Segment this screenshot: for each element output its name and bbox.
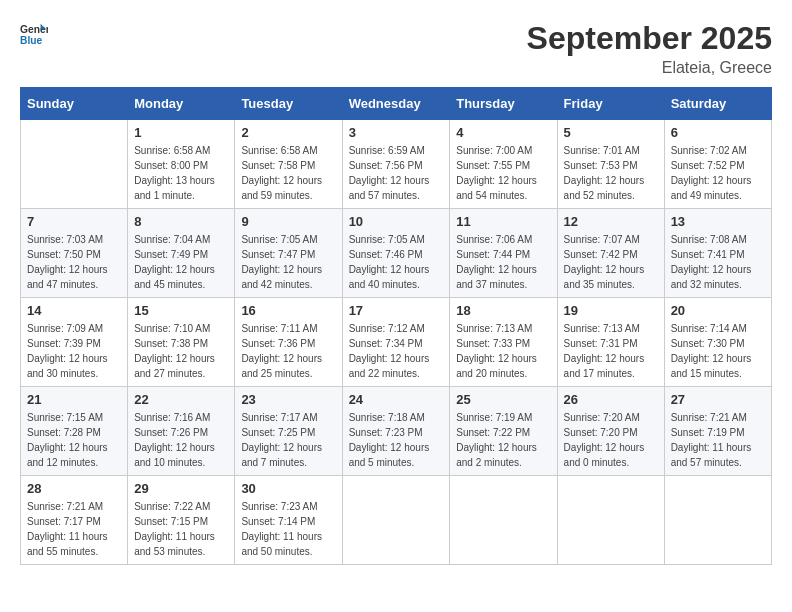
day-info: Sunrise: 7:06 AMSunset: 7:44 PMDaylight:… bbox=[456, 232, 550, 292]
calendar-cell bbox=[450, 476, 557, 565]
header-day-wednesday: Wednesday bbox=[342, 88, 450, 120]
calendar-cell: 8Sunrise: 7:04 AMSunset: 7:49 PMDaylight… bbox=[128, 209, 235, 298]
day-info: Sunrise: 7:18 AMSunset: 7:23 PMDaylight:… bbox=[349, 410, 444, 470]
calendar-cell: 17Sunrise: 7:12 AMSunset: 7:34 PMDayligh… bbox=[342, 298, 450, 387]
day-info: Sunrise: 7:04 AMSunset: 7:49 PMDaylight:… bbox=[134, 232, 228, 292]
svg-text:General: General bbox=[20, 24, 48, 35]
header-day-saturday: Saturday bbox=[664, 88, 771, 120]
calendar-cell bbox=[342, 476, 450, 565]
calendar-cell bbox=[21, 120, 128, 209]
calendar-cell: 23Sunrise: 7:17 AMSunset: 7:25 PMDayligh… bbox=[235, 387, 342, 476]
day-number: 17 bbox=[349, 303, 444, 318]
calendar-cell: 26Sunrise: 7:20 AMSunset: 7:20 PMDayligh… bbox=[557, 387, 664, 476]
calendar-cell: 1Sunrise: 6:58 AMSunset: 8:00 PMDaylight… bbox=[128, 120, 235, 209]
day-info: Sunrise: 7:03 AMSunset: 7:50 PMDaylight:… bbox=[27, 232, 121, 292]
title-area: September 2025 Elateia, Greece bbox=[527, 20, 772, 77]
day-number: 13 bbox=[671, 214, 765, 229]
day-info: Sunrise: 7:14 AMSunset: 7:30 PMDaylight:… bbox=[671, 321, 765, 381]
day-info: Sunrise: 7:09 AMSunset: 7:39 PMDaylight:… bbox=[27, 321, 121, 381]
calendar-cell: 2Sunrise: 6:58 AMSunset: 7:58 PMDaylight… bbox=[235, 120, 342, 209]
day-info: Sunrise: 7:08 AMSunset: 7:41 PMDaylight:… bbox=[671, 232, 765, 292]
calendar-week-row: 14Sunrise: 7:09 AMSunset: 7:39 PMDayligh… bbox=[21, 298, 772, 387]
calendar-cell: 14Sunrise: 7:09 AMSunset: 7:39 PMDayligh… bbox=[21, 298, 128, 387]
calendar-cell: 12Sunrise: 7:07 AMSunset: 7:42 PMDayligh… bbox=[557, 209, 664, 298]
day-info: Sunrise: 7:22 AMSunset: 7:15 PMDaylight:… bbox=[134, 499, 228, 559]
day-info: Sunrise: 6:59 AMSunset: 7:56 PMDaylight:… bbox=[349, 143, 444, 203]
day-number: 3 bbox=[349, 125, 444, 140]
day-number: 21 bbox=[27, 392, 121, 407]
calendar-cell: 27Sunrise: 7:21 AMSunset: 7:19 PMDayligh… bbox=[664, 387, 771, 476]
day-info: Sunrise: 7:13 AMSunset: 7:31 PMDaylight:… bbox=[564, 321, 658, 381]
month-title: September 2025 bbox=[527, 20, 772, 57]
day-number: 23 bbox=[241, 392, 335, 407]
calendar-cell: 22Sunrise: 7:16 AMSunset: 7:26 PMDayligh… bbox=[128, 387, 235, 476]
calendar-week-row: 1Sunrise: 6:58 AMSunset: 8:00 PMDaylight… bbox=[21, 120, 772, 209]
calendar-cell: 29Sunrise: 7:22 AMSunset: 7:15 PMDayligh… bbox=[128, 476, 235, 565]
day-number: 19 bbox=[564, 303, 658, 318]
day-info: Sunrise: 7:12 AMSunset: 7:34 PMDaylight:… bbox=[349, 321, 444, 381]
day-info: Sunrise: 7:16 AMSunset: 7:26 PMDaylight:… bbox=[134, 410, 228, 470]
calendar-cell: 24Sunrise: 7:18 AMSunset: 7:23 PMDayligh… bbox=[342, 387, 450, 476]
calendar-cell: 18Sunrise: 7:13 AMSunset: 7:33 PMDayligh… bbox=[450, 298, 557, 387]
calendar-cell: 6Sunrise: 7:02 AMSunset: 7:52 PMDaylight… bbox=[664, 120, 771, 209]
calendar-cell: 21Sunrise: 7:15 AMSunset: 7:28 PMDayligh… bbox=[21, 387, 128, 476]
day-info: Sunrise: 6:58 AMSunset: 8:00 PMDaylight:… bbox=[134, 143, 228, 203]
day-info: Sunrise: 7:20 AMSunset: 7:20 PMDaylight:… bbox=[564, 410, 658, 470]
day-number: 2 bbox=[241, 125, 335, 140]
calendar-body: 1Sunrise: 6:58 AMSunset: 8:00 PMDaylight… bbox=[21, 120, 772, 565]
day-number: 11 bbox=[456, 214, 550, 229]
day-info: Sunrise: 7:02 AMSunset: 7:52 PMDaylight:… bbox=[671, 143, 765, 203]
calendar-table: SundayMondayTuesdayWednesdayThursdayFrid… bbox=[20, 87, 772, 565]
day-number: 8 bbox=[134, 214, 228, 229]
day-info: Sunrise: 7:00 AMSunset: 7:55 PMDaylight:… bbox=[456, 143, 550, 203]
svg-text:Blue: Blue bbox=[20, 35, 43, 46]
day-number: 24 bbox=[349, 392, 444, 407]
day-info: Sunrise: 7:21 AMSunset: 7:19 PMDaylight:… bbox=[671, 410, 765, 470]
day-number: 15 bbox=[134, 303, 228, 318]
day-number: 18 bbox=[456, 303, 550, 318]
day-number: 12 bbox=[564, 214, 658, 229]
calendar-cell: 10Sunrise: 7:05 AMSunset: 7:46 PMDayligh… bbox=[342, 209, 450, 298]
day-info: Sunrise: 7:19 AMSunset: 7:22 PMDaylight:… bbox=[456, 410, 550, 470]
header-day-tuesday: Tuesday bbox=[235, 88, 342, 120]
logo: General Blue bbox=[20, 20, 48, 48]
calendar-cell bbox=[557, 476, 664, 565]
day-info: Sunrise: 7:10 AMSunset: 7:38 PMDaylight:… bbox=[134, 321, 228, 381]
header-day-thursday: Thursday bbox=[450, 88, 557, 120]
day-number: 16 bbox=[241, 303, 335, 318]
calendar-cell: 13Sunrise: 7:08 AMSunset: 7:41 PMDayligh… bbox=[664, 209, 771, 298]
day-number: 9 bbox=[241, 214, 335, 229]
day-number: 5 bbox=[564, 125, 658, 140]
calendar-cell: 19Sunrise: 7:13 AMSunset: 7:31 PMDayligh… bbox=[557, 298, 664, 387]
day-info: Sunrise: 7:23 AMSunset: 7:14 PMDaylight:… bbox=[241, 499, 335, 559]
day-number: 26 bbox=[564, 392, 658, 407]
day-number: 10 bbox=[349, 214, 444, 229]
day-info: Sunrise: 6:58 AMSunset: 7:58 PMDaylight:… bbox=[241, 143, 335, 203]
day-number: 30 bbox=[241, 481, 335, 496]
day-number: 14 bbox=[27, 303, 121, 318]
day-number: 29 bbox=[134, 481, 228, 496]
calendar-cell: 16Sunrise: 7:11 AMSunset: 7:36 PMDayligh… bbox=[235, 298, 342, 387]
header-day-sunday: Sunday bbox=[21, 88, 128, 120]
calendar-cell bbox=[664, 476, 771, 565]
calendar-cell: 28Sunrise: 7:21 AMSunset: 7:17 PMDayligh… bbox=[21, 476, 128, 565]
day-number: 22 bbox=[134, 392, 228, 407]
calendar-header-row: SundayMondayTuesdayWednesdayThursdayFrid… bbox=[21, 88, 772, 120]
logo-icon: General Blue bbox=[20, 20, 48, 48]
day-number: 6 bbox=[671, 125, 765, 140]
calendar-cell: 11Sunrise: 7:06 AMSunset: 7:44 PMDayligh… bbox=[450, 209, 557, 298]
day-number: 1 bbox=[134, 125, 228, 140]
day-number: 4 bbox=[456, 125, 550, 140]
day-number: 25 bbox=[456, 392, 550, 407]
day-number: 7 bbox=[27, 214, 121, 229]
calendar-week-row: 7Sunrise: 7:03 AMSunset: 7:50 PMDaylight… bbox=[21, 209, 772, 298]
day-info: Sunrise: 7:05 AMSunset: 7:47 PMDaylight:… bbox=[241, 232, 335, 292]
day-number: 27 bbox=[671, 392, 765, 407]
header: General Blue September 2025 Elateia, Gre… bbox=[20, 20, 772, 77]
calendar-cell: 15Sunrise: 7:10 AMSunset: 7:38 PMDayligh… bbox=[128, 298, 235, 387]
calendar-week-row: 28Sunrise: 7:21 AMSunset: 7:17 PMDayligh… bbox=[21, 476, 772, 565]
day-info: Sunrise: 7:07 AMSunset: 7:42 PMDaylight:… bbox=[564, 232, 658, 292]
header-day-friday: Friday bbox=[557, 88, 664, 120]
day-info: Sunrise: 7:21 AMSunset: 7:17 PMDaylight:… bbox=[27, 499, 121, 559]
calendar-week-row: 21Sunrise: 7:15 AMSunset: 7:28 PMDayligh… bbox=[21, 387, 772, 476]
